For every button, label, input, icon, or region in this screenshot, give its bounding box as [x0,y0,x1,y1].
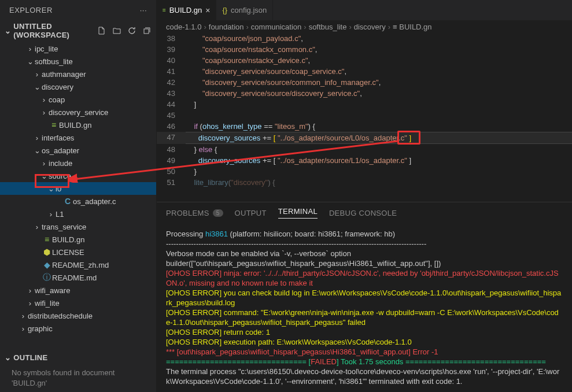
code-editor[interactable]: 38 "coap/source/json_payload.c",39 "coap… [157,33,572,202]
code-line[interactable]: 39 "coap/source/nstackx_common.c", [157,44,572,55]
code-text: "coap/source/json_payload.c", [186,33,572,44]
tree-row-include[interactable]: ›include [0,157,156,169]
line-number: 38 [157,33,186,44]
tab-config-json[interactable]: {}config.json [216,0,273,20]
tree-row-authmanager[interactable]: ›authmanager [0,68,156,80]
tree-row-readme-zh-md[interactable]: ◆README_zh.md [0,258,156,271]
tree-row-softbus-lite[interactable]: ⌄softbus_lite [0,55,156,68]
terminal-output[interactable]: Processing hi3861 (platform: hisilicon; … [157,223,572,392]
badge: 5 [213,209,223,217]
code-line[interactable]: 47 discovery_sources += [ "../os_adapter… [157,132,572,144]
tree-label: BUILD.gn [52,235,84,244]
breadcrumb-item[interactable]: communication [251,23,301,31]
tree-row-l1[interactable]: ›L1 [0,208,156,220]
tree-label: README_zh.md [52,261,109,269]
tree-row-wifi-lite[interactable]: ›wifi_lite [0,297,156,309]
close-icon[interactable]: × [205,6,210,15]
code-line[interactable]: 44 ] [157,99,572,110]
refresh-icon[interactable] [127,26,136,35]
explorer-more-icon[interactable]: ··· [140,6,147,14]
tree-label: BUILD.gn [59,121,91,130]
tree-label: README.md [52,273,97,282]
tree-row-l0[interactable]: ⌄l0 [0,182,156,195]
tree-row-readme-md[interactable]: ⓘREADME.md [0,271,156,284]
code-line[interactable]: 43 "discovery_service/source/discovery_s… [157,88,572,99]
tree-row-discovery[interactable]: ⌄discovery [0,80,156,93]
code-text: } else { [186,144,572,155]
code-line[interactable]: 48 } else { [157,144,572,155]
file-tree: ›ipc_lite⌄softbus_lite›authmanager⌄disco… [0,41,156,351]
tree-label: os_adapter [42,146,79,155]
panel-tab-debug-console[interactable]: DEBUG CONSOLE [329,207,397,219]
tree-row-discovery-service[interactable]: ›discovery_service [0,106,156,119]
code-line[interactable]: 50 } [157,166,572,177]
panel-tab-label: TERMINAL [278,207,318,216]
code-line[interactable]: 49 discovery_sources += [ "../os_adapter… [157,155,572,166]
tree-row-ipc-lite[interactable]: ›ipc_lite [0,42,156,55]
code-line[interactable]: 51 lite_library("discovery") { [157,177,572,188]
tree-label: include [49,159,72,168]
tree-row-coap[interactable]: ›coap [0,93,156,106]
code-text: "discovery_service/source/coap_service.c… [186,66,572,77]
chevron-down-icon: ⌄ [5,27,11,35]
code-line[interactable]: 38 "coap/source/json_payload.c", [157,33,572,44]
code-line[interactable]: 40 "coap/source/nstackx_device.c", [157,55,572,66]
tree-row-trans-service[interactable]: ›trans_service [0,220,156,233]
tree-row-interfaces[interactable]: ›interfaces [0,131,156,144]
workspace-header[interactable]: ⌄ UNTITLED (WORKSPACE) [0,20,156,41]
breadcrumb-item[interactable]: softbus_lite [309,23,347,31]
outline-body: No symbols found in document 'BUILD.gn' [0,364,156,392]
tree-label: trans_service [42,223,86,231]
code-line[interactable]: 41 "discovery_service/source/coap_servic… [157,66,572,77]
tree-row-build-gn[interactable]: ≡BUILD.gn [0,233,156,246]
line-number: 51 [157,177,186,188]
tree-row-source[interactable]: ⌄source [0,169,156,182]
collapse-all-icon[interactable] [142,26,152,35]
tab-build-gn[interactable]: ≡BUILD.gn× [157,0,216,20]
new-file-icon[interactable] [97,26,106,35]
tree-label: discovery [42,83,73,91]
tab-bar: ≡BUILD.gn×{}config.json [157,0,572,20]
line-number: 50 [157,166,186,177]
new-folder-icon[interactable] [112,26,121,35]
chevron-down-icon: ⌄ [5,353,11,362]
breadcrumb-separator: › [304,23,306,31]
outline-header[interactable]: ⌄ OUTLINE [0,351,156,364]
breadcrumb: code-1.1.0›foundation›communication›soft… [157,20,572,33]
code-line[interactable]: 45 [157,110,572,121]
tree-row-graphic[interactable]: ›graphic [0,322,156,335]
tab-label: BUILD.gn [169,6,202,14]
line-number: 44 [157,99,186,110]
line-number: 48 [157,144,186,155]
breadcrumb-item[interactable]: ≡ BUILD.gn [393,23,432,31]
tree-row-os-adapter[interactable]: ⌄os_adapter [0,144,156,157]
outline-title: OUTLINE [13,353,47,362]
code-text: "discovery_service/source/common_info_ma… [186,77,572,88]
svg-rect-1 [144,29,149,34]
tree-label: distributedschedule [28,312,93,320]
tree-row-distributedschedule[interactable]: ›distributedschedule [0,309,156,322]
line-number: 41 [157,66,186,77]
tree-label: os_adapter.c [73,197,116,206]
line-number: 49 [157,155,186,166]
tree-label: coap [49,95,65,104]
breadcrumb-separator: › [246,23,249,31]
tree-row-wifi-aware[interactable]: ›wifi_aware [0,284,156,297]
panel-tab-label: OUTPUT [235,209,267,217]
code-line[interactable]: 46 if (ohos_kernel_type == "liteos_m") { [157,121,572,132]
tree-label: wifi_lite [35,299,60,308]
tree-row-license[interactable]: ⬢LICENSE [0,246,156,258]
tree-row-build-gn[interactable]: ≡BUILD.gn [0,119,156,131]
code-line[interactable]: 42 "discovery_service/source/common_info… [157,77,572,88]
panel-tab-output[interactable]: OUTPUT [235,207,267,219]
breadcrumb-item[interactable]: foundation [209,23,244,31]
code-text: "coap/source/nstackx_device.c", [186,55,572,66]
breadcrumb-item[interactable]: discovery [354,23,386,31]
panel-tab-terminal[interactable]: TERMINAL [278,207,318,219]
tree-label: ipc_lite [35,45,58,53]
tree-row-os-adapter-c[interactable]: Cos_adapter.c [0,195,156,208]
tab-label: config.json [231,6,267,14]
panel-tab-problems[interactable]: PROBLEMS5 [166,207,223,219]
breadcrumb-item[interactable]: code-1.1.0 [166,23,201,31]
code-text: lite_library("discovery") { [186,177,572,188]
